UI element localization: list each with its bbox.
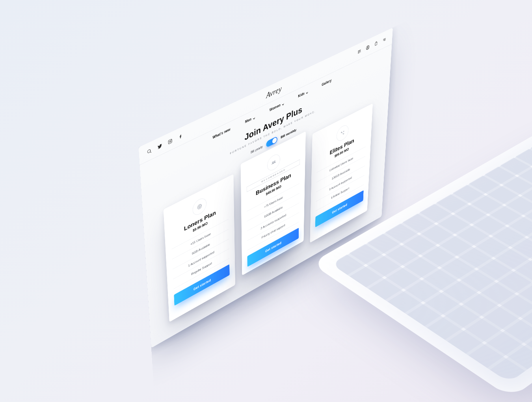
svg-point-18 bbox=[274, 160, 275, 162]
menu-icon[interactable] bbox=[382, 36, 387, 43]
nav-item-label: Kids bbox=[298, 91, 305, 98]
svg-point-3 bbox=[169, 140, 171, 142]
twitter-icon[interactable] bbox=[157, 142, 162, 150]
svg-point-8 bbox=[360, 52, 361, 52]
svg-point-9 bbox=[366, 45, 369, 50]
svg-point-16 bbox=[199, 206, 200, 207]
svg-rect-7 bbox=[358, 52, 360, 53]
account-icon[interactable] bbox=[366, 44, 370, 51]
wishlist-icon[interactable] bbox=[357, 48, 361, 55]
instagram-icon[interactable] bbox=[167, 138, 173, 145]
search-icon[interactable] bbox=[147, 147, 152, 155]
svg-point-20 bbox=[343, 133, 344, 134]
svg-point-17 bbox=[272, 162, 273, 164]
svg-point-0 bbox=[147, 149, 151, 153]
svg-point-4 bbox=[171, 140, 171, 140]
chevron-down-icon bbox=[282, 102, 284, 105]
nav-item-label: Men bbox=[245, 117, 251, 124]
bill-yearly-label[interactable]: Bill yearly bbox=[251, 145, 263, 154]
svg-point-10 bbox=[367, 46, 368, 48]
bag-icon[interactable] bbox=[374, 40, 378, 47]
plan-card-elites: Elites Plan $99.99 /MO Unlimited Users b… bbox=[310, 103, 373, 243]
laptop-screen: Avrey bbox=[139, 28, 393, 348]
svg-line-13 bbox=[384, 40, 385, 41]
users-icon bbox=[267, 152, 280, 173]
svg-rect-2 bbox=[168, 139, 172, 144]
strategy-icon bbox=[336, 123, 349, 143]
chevron-down-icon bbox=[253, 116, 255, 119]
facebook-icon[interactable] bbox=[178, 132, 183, 140]
svg-point-19 bbox=[341, 132, 342, 133]
reflection-glow bbox=[370, 169, 532, 310]
chevron-down-icon bbox=[306, 90, 308, 93]
